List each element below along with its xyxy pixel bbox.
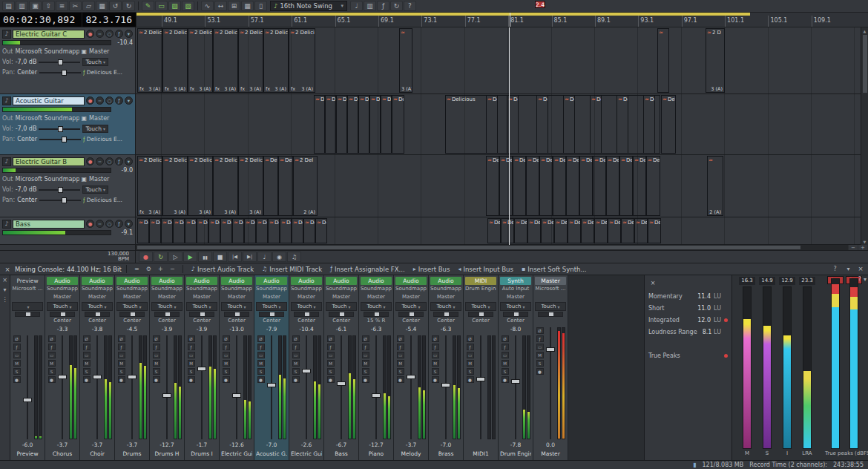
audio-clip[interactable]: ≈Del [381, 95, 392, 154]
insert-fx-button[interactable]: ▭ [48, 352, 56, 358]
track-name[interactable]: Acoustic Guitar [13, 96, 85, 105]
pan-slider-thumb[interactable] [62, 137, 67, 142]
output-device-select[interactable]: Microsoft Soundmapper [16, 115, 79, 122]
volume-fader[interactable] [511, 335, 520, 439]
snap-icon[interactable]: ⊞ [228, 1, 240, 11]
record-arm-button[interactable]: ● [83, 376, 91, 383]
mute-button[interactable]: M [153, 360, 160, 367]
fx-button[interactable]: ƒ [397, 344, 404, 350]
phase-button[interactable]: Ø [188, 335, 195, 342]
mixer-channel-strip[interactable]: Audio Soundmapper Master Touch▾ Center -… [150, 275, 185, 460]
phase-button[interactable]: Ø [292, 335, 300, 342]
solo-button[interactable]: S [502, 368, 509, 375]
pan-thumb[interactable] [131, 312, 135, 316]
track-fx-button[interactable]: ƒ [115, 30, 123, 38]
pan-thumb[interactable] [375, 312, 379, 316]
audio-clip[interactable]: ≈Del [646, 156, 660, 216]
fx-button[interactable]: ƒ [502, 344, 509, 350]
audio-clip[interactable]: ≈ [657, 28, 669, 93]
master-bus-toggle[interactable]: ▣ [82, 115, 88, 122]
volume-fader[interactable] [476, 335, 485, 439]
mixer-channel-strip[interactable]: MIDI Drum Engine Touch▾ Center Øƒ▭MS● [464, 275, 499, 460]
audio-clip[interactable]: ≈Del [197, 218, 208, 243]
automation-mode-select[interactable]: Touch▾ [535, 302, 566, 311]
mute-button[interactable]: − [96, 220, 104, 228]
channel-type-chip[interactable]: Audio [116, 277, 148, 285]
automation-mode-select[interactable]: Touch▾ [256, 302, 287, 311]
pan-control[interactable]: Center [291, 312, 322, 325]
audio-clip[interactable]: ≈Del [369, 95, 381, 154]
timeline-ruler[interactable]: 49.153.157.161.165.169.173.177.181.185.1… [136, 13, 868, 27]
phase-button[interactable]: Ø [536, 327, 544, 334]
audio-clip[interactable]: ≈Del [336, 95, 347, 154]
audio-clip[interactable]: ≈2 Delicio fx3 (A) [213, 28, 238, 93]
solo-button[interactable]: S [536, 360, 544, 367]
insert-fx-button[interactable]: ▭ [467, 352, 474, 358]
channel-name[interactable]: Drums H [151, 450, 183, 459]
automation-mode-select[interactable]: Touch▾ [221, 302, 252, 311]
record-arm-button[interactable]: ● [362, 376, 369, 383]
record-arm-button[interactable]: ● [86, 220, 94, 228]
audio-clip[interactable]: ≈Del [634, 218, 648, 243]
track-header[interactable]: ♪ Acoustic Guitar ● − ○ ƒ ▾ [0, 94, 136, 154]
fx-button[interactable]: ƒ [257, 344, 265, 350]
zoom-in-button[interactable]: + [858, 245, 867, 250]
pan-control[interactable] [12, 312, 43, 325]
pan-slider[interactable] [39, 137, 81, 142]
record-arm-button[interactable]: ● [13, 376, 21, 383]
fx-button[interactable]: ƒ [536, 335, 544, 342]
audio-clip[interactable]: ≈2 Delicio fx3 (A) [137, 28, 162, 93]
audio-clip[interactable]: ≈Del [541, 218, 554, 243]
solo-button[interactable]: S [327, 368, 335, 375]
fader-thumb[interactable] [441, 383, 450, 387]
channel-type-chip[interactable]: Audio [430, 277, 461, 285]
phase-button[interactable]: Ø [327, 335, 335, 342]
fx-button[interactable]: ƒ [153, 344, 160, 350]
channel-type-chip[interactable]: Audio [47, 277, 78, 285]
mixer-channel-strip[interactable]: Audio Soundmapper Master Touch▾ Center -… [394, 275, 429, 460]
solo-button[interactable]: ○ [105, 157, 114, 165]
volume-fader[interactable] [372, 335, 381, 439]
fx-button[interactable]: ƒ [83, 344, 91, 350]
pan-thumb[interactable] [96, 312, 100, 316]
play-button[interactable]: ▶ [183, 252, 197, 262]
fader-thumb[interactable] [302, 369, 311, 373]
channel-output-bus[interactable] [535, 294, 566, 301]
mixer-channel-strip[interactable]: Audio Soundmapper Master Touch▾ Center -… [220, 275, 254, 460]
pan-thumb[interactable] [305, 312, 309, 316]
audio-clip[interactable]: ≈Del [232, 218, 244, 243]
pan-thumb[interactable] [444, 312, 449, 316]
record-button[interactable]: ● [139, 252, 153, 262]
audio-clip[interactable]: ≈ 2 (A) [707, 156, 723, 216]
track-fx-button[interactable]: ƒ [115, 157, 123, 165]
solo-button[interactable]: S [362, 368, 369, 375]
audio-clip[interactable]: ≈Del [514, 218, 527, 243]
mixer-channel-strip[interactable]: Audio Soundmapper Master Touch▾ Center -… [429, 275, 464, 460]
panel-close-button[interactable]: × [856, 264, 865, 273]
pan-slider[interactable] [39, 70, 81, 76]
cut-icon[interactable]: ✂ [69, 1, 82, 11]
go-to-start-button[interactable]: |◀ [228, 252, 242, 262]
mixer-settings-icon[interactable]: ⚙ [143, 264, 154, 274]
automation-mode-select[interactable]: Touch▾ [151, 302, 183, 311]
insert-soft-synth-button[interactable]: ▪Insert Soft Synth... [518, 264, 591, 274]
automation-mode-select[interactable]: Touch▾ [82, 186, 108, 194]
channel-device[interactable]: Soundmapper [186, 286, 217, 293]
channel-type-chip[interactable]: Audio [151, 277, 183, 285]
insert-fx-button[interactable]: ▭ [397, 352, 404, 358]
audio-clip[interactable]: ≈2 Delicio fx3 (A) [137, 156, 162, 216]
fader-thumb[interactable] [162, 393, 171, 398]
insert-audio-track-button[interactable]: ♪Insert Audio Track [188, 264, 257, 274]
fader-thumb[interactable] [267, 383, 276, 387]
volume-fader[interactable] [23, 335, 32, 439]
record-arm-button[interactable]: ● [536, 368, 544, 375]
open-icon[interactable]: ▥ [16, 1, 28, 11]
audio-clip[interactable]: ≈Del [593, 156, 606, 216]
channel-output-bus[interactable]: Master [500, 294, 531, 301]
channel-output-bus[interactable]: Master [151, 294, 183, 301]
record-arm-button[interactable]: ● [257, 376, 265, 383]
channel-device[interactable]: Soundmapper [82, 286, 113, 293]
stop-button[interactable]: ■ [213, 252, 227, 262]
mute-button[interactable]: M [257, 360, 265, 367]
insert-fx-button[interactable]: ▭ [257, 352, 265, 358]
